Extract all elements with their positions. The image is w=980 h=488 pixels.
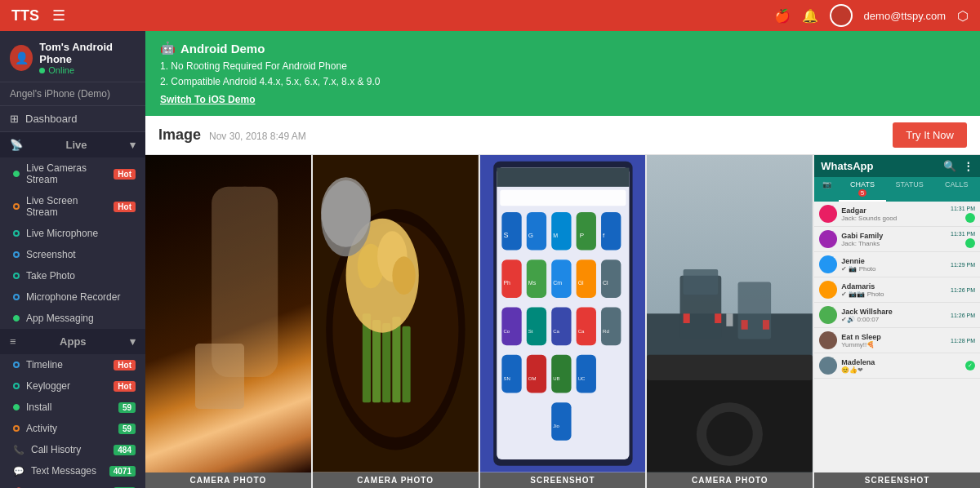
svg-rect-25 [551,212,571,251]
status-dot [13,383,20,389]
svg-rect-64 [647,355,813,380]
sidebar-item-live-screen[interactable]: Live Screen Stream Hot [0,190,145,223]
gallery-label-5: SCREENSHOT [814,472,980,488]
count-badge: 59 [118,402,136,413]
gallery-item-4[interactable]: CAMERA PHOTO [647,155,813,488]
svg-rect-70 [742,320,748,330]
grid-icon: ⊞ [10,113,19,125]
status-dot [13,404,20,410]
main-layout: 👤 Tom's Android Phone Online Angel's iPh… [0,31,980,488]
gallery-item-1[interactable]: CAMERA PHOTO [145,155,311,488]
image-1 [145,155,311,472]
message-icon: 💬 [13,466,24,477]
user-email: demo@ttspy.com [864,10,946,22]
title-area: Image Nov 30, 2018 8:49 AM [158,126,306,144]
chat-item-adamaris: Adamaris ✔ 📷📷 Photo 11:26 PM [814,277,980,303]
sidebar-item-take-photo[interactable]: Take Photo [0,265,145,286]
search-icon: 🔍 [943,160,956,172]
svg-text:Ca: Ca [553,329,559,334]
svg-rect-53 [526,355,546,393]
tab-camera: 📷 [814,177,839,202]
status-dot [13,425,20,432]
svg-rect-19 [497,168,629,187]
gallery-item-2[interactable]: CAMERA PHOTO [313,155,479,488]
image-3: S G M P f Ph Ms Cm Gl Cl Co [480,155,646,472]
hamburger-icon[interactable]: ☰ [52,7,65,24]
gallery-item-5[interactable]: WhatsApp 🔍 ⋮ 📷 CHATS 5 STATUS CALLS [814,155,980,488]
svg-text:OM: OM [528,376,536,381]
sidebar-item-timeline[interactable]: Timeline Hot [0,354,145,375]
status-dot [13,315,20,322]
whatsapp-chat-list: Eadgar Jack: Sounds good 11:31 PM [814,202,980,472]
sidebar: 👤 Tom's Android Phone Online Angel's iPh… [0,31,145,488]
gallery-item-3[interactable]: S G M P f Ph Ms Cm Gl Cl Co [480,155,646,488]
sidebar-section-live[interactable]: 📡 Live ▾ [0,132,145,157]
svg-rect-51 [501,355,521,393]
image-2 [313,155,479,472]
svg-text:G: G [528,232,532,239]
image-4 [647,155,813,472]
sidebar-item-mic-recorder[interactable]: Microphone Recorder [0,286,145,308]
sidebar-item-live-cameras[interactable]: Live Cameras Stream Hot [0,157,145,190]
whatsapp-header: WhatsApp 🔍 ⋮ [814,155,980,177]
sidebar-section-apps[interactable]: ≡ Apps ▾ [0,329,145,354]
svg-rect-69 [738,282,772,339]
svg-rect-31 [501,260,521,299]
svg-rect-20 [500,190,626,206]
image-section-header: Image Nov 30, 2018 8:49 AM Try It Now [145,116,980,155]
chat-item-jack: Jack Willshare ✔🔊 0:00:07 11:26 PM [814,303,980,328]
sidebar-item-call-history[interactable]: 📞 Call Hisotry 484 [0,439,145,460]
banner-title: 🤖 Android Demo [160,41,965,55]
svg-rect-33 [526,260,546,299]
svg-text:UC: UC [577,376,585,381]
sidebar-item-install[interactable]: Install 59 [0,397,145,418]
unread-badge [965,213,975,223]
chat-item-madelena: Madelena 😊👍❤ ✓ [814,353,980,379]
chevron-down-icon: ▾ [130,139,136,151]
sidebar-item-keylogger[interactable]: Keylogger Hot [0,375,145,397]
try-it-now-button[interactable]: Try It Now [893,122,967,148]
sidebar-item-text-messages[interactable]: 💬 Text Messages 4071 [0,460,145,481]
tab-calls: CALLS [933,177,980,202]
sidebar-item-app-messaging[interactable]: App Messaging [0,308,145,329]
svg-rect-49 [601,308,621,346]
device-status: Online [39,65,136,75]
banner-point2: 2. Compatible Android 4.4.x, 5.x, 6.x, 7… [160,74,965,90]
live-section-icon: 📡 [10,139,23,151]
status-dot [13,171,20,177]
svg-text:Cl: Cl [603,281,608,286]
top-header: TTS ☰ 🍎 🔔 demo@ttspy.com ⬡ [0,0,980,31]
svg-rect-35 [551,260,571,299]
chat-item-eat: Eat n Sleep Yummy!!🍕 11:28 PM [814,328,980,353]
sidebar-item-dashboard[interactable]: ⊞ Dashboard [0,106,145,132]
alternate-device[interactable]: Angel's iPhone (Demo) [0,82,145,106]
svg-text:S: S [503,231,508,239]
switch-ios-link[interactable]: Switch To iOS Demo [160,94,255,105]
more-icon: ⋮ [963,160,973,172]
status-dot [13,273,20,279]
svg-text:Co: Co [503,329,510,334]
svg-text:SN: SN [503,376,510,381]
apps-icon: ≡ [10,335,16,348]
svg-rect-43 [526,308,546,346]
svg-point-15 [321,178,371,247]
unread-badge: ✓ [965,361,975,370]
svg-rect-55 [551,355,571,393]
share-icon: ⬡ [957,8,969,24]
status-dot [13,230,20,237]
sidebar-item-live-microphone[interactable]: Live Microphone [0,223,145,244]
count-badge: 484 [114,445,136,455]
tab-status: STATUS [886,177,933,202]
gallery-label-2: CAMERA PHOTO [313,472,479,488]
svg-point-13 [392,257,415,295]
count-badge: 59 [118,424,136,434]
svg-rect-41 [501,308,521,346]
status-dot [13,251,20,258]
sidebar-item-activity[interactable]: Activity 59 [0,418,145,439]
sidebar-item-screenshot[interactable]: Screenshot [0,244,145,265]
image-gallery: CAMERA PHOTO [145,155,980,488]
header-right: 🍎 🔔 demo@ttspy.com ⬡ [774,4,969,27]
sidebar-item-location-history[interactable]: 📍 Location History 145 [0,481,145,488]
svg-text:Rd: Rd [603,329,609,334]
android-banner: 🤖 Android Demo 1. No Rooting Required Fo… [145,31,980,116]
